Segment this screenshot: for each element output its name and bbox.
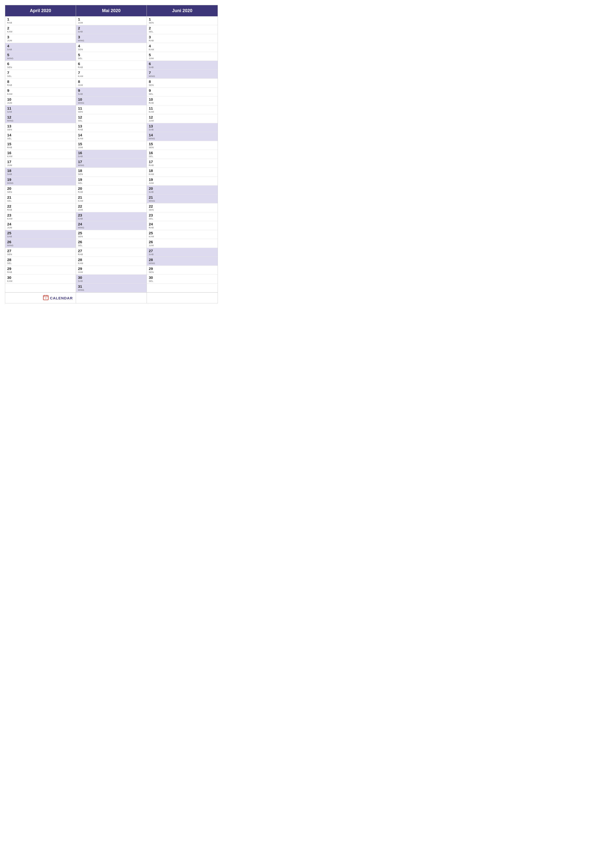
day-number: 18	[149, 169, 216, 173]
day-row: 30SEL	[147, 274, 218, 284]
day-name: JUM	[149, 119, 216, 122]
day-row: 25SEN	[76, 230, 146, 239]
day-number: 9	[149, 88, 216, 93]
day-number: 5	[149, 53, 216, 57]
day-row: 5MING	[5, 52, 76, 61]
day-number: 11	[149, 106, 216, 111]
day-row: 20RAB	[76, 186, 146, 194]
day-name: RAB	[149, 226, 216, 229]
day-number: 28	[7, 257, 74, 262]
day-row: 19MING	[5, 177, 76, 186]
day-name: SEL	[7, 137, 74, 140]
day-row: 12SEL	[76, 114, 146, 123]
day-row: 21MING	[147, 194, 218, 203]
month-header-2: Juni 2020	[147, 5, 218, 16]
day-row: 23KAM	[5, 212, 76, 221]
day-name: SEN	[78, 48, 145, 51]
day-row: 16SAB	[76, 150, 146, 159]
day-number: 16	[7, 151, 74, 155]
day-number: 8	[149, 79, 216, 84]
day-row: 17RAB	[147, 159, 218, 168]
day-name: KAM	[7, 155, 74, 158]
day-name: SEN	[7, 66, 74, 69]
day-name: KAM	[7, 31, 74, 33]
day-number: 7	[149, 71, 216, 75]
day-row: 6SEN	[5, 61, 76, 70]
day-row: 10JUM	[5, 96, 76, 105]
day-number: 10	[7, 97, 74, 102]
day-row: 3MING	[76, 34, 146, 43]
day-number: 24	[78, 222, 145, 226]
day-name: SEN	[7, 253, 74, 256]
day-number: 12	[7, 115, 74, 119]
day-row: 30KAM	[5, 274, 76, 284]
empty-day-row	[5, 284, 76, 293]
day-name: SAB	[78, 155, 145, 158]
day-row: 2KAM	[5, 25, 76, 34]
day-row: 18SAB	[5, 168, 76, 177]
day-row: 13SAB	[147, 123, 218, 132]
day-number: 2	[78, 26, 145, 31]
day-number: 13	[149, 124, 216, 129]
day-name: SAB	[7, 48, 74, 51]
day-number: 19	[149, 177, 216, 182]
day-row: 7KAM	[76, 70, 146, 79]
day-name: KAM	[78, 262, 145, 265]
day-name: SEN	[7, 191, 74, 194]
day-name: MING	[149, 137, 216, 140]
day-row: 16KAM	[5, 150, 76, 159]
day-name: JUM	[7, 102, 74, 104]
day-number: 29	[78, 267, 145, 271]
day-number: 27	[7, 249, 74, 253]
day-row: 4KAM	[147, 43, 218, 52]
day-row: 28SEL	[5, 257, 76, 266]
day-number: 8	[78, 79, 145, 84]
day-row: 20SEN	[5, 186, 76, 194]
day-number: 2	[149, 26, 216, 31]
day-number: 21	[7, 195, 74, 200]
day-name: JUM	[7, 39, 74, 42]
day-name: KAM	[78, 200, 145, 202]
day-number: 24	[7, 222, 74, 226]
day-row: 30SAB	[76, 274, 146, 284]
day-row: 27SEN	[5, 248, 76, 257]
calendar-header: April 2020Mai 2020Juni 2020	[5, 5, 218, 16]
day-name: SEN	[149, 84, 216, 87]
day-number: 6	[149, 62, 216, 66]
empty-day-row	[147, 284, 218, 293]
day-number: 14	[78, 133, 145, 137]
day-name: RAB	[78, 129, 145, 131]
day-row: 28KAM	[76, 257, 146, 266]
month-header-0: April 2020	[5, 5, 76, 16]
day-name: MING	[7, 182, 74, 184]
day-name: RAB	[149, 164, 216, 167]
day-name: MING	[149, 262, 216, 265]
day-number: 31	[78, 284, 145, 289]
day-number: 23	[7, 213, 74, 217]
day-row: 4SAB	[5, 43, 76, 52]
day-number: 30	[7, 275, 74, 280]
day-name: SEN	[78, 173, 145, 176]
day-name: MING	[78, 226, 145, 229]
day-number: 27	[149, 249, 216, 253]
day-row: 6RAB	[76, 61, 146, 70]
day-row: 24MING	[76, 221, 146, 230]
day-number: 20	[7, 186, 74, 191]
day-name: JUM	[78, 84, 145, 87]
day-name: SAB	[78, 217, 145, 220]
day-number: 12	[149, 115, 216, 119]
day-number: 28	[149, 257, 216, 262]
day-name: RAB	[78, 253, 145, 256]
day-name: JUM	[7, 164, 74, 167]
day-number: 30	[78, 275, 145, 280]
day-name: SEL	[149, 93, 216, 96]
day-row: 21SEL	[5, 194, 76, 203]
day-number: 29	[149, 267, 216, 271]
day-name: RAB	[78, 66, 145, 69]
day-number: 3	[7, 35, 74, 39]
day-row: 7SEL	[5, 70, 76, 79]
day-name: MING	[149, 75, 216, 78]
day-number: 24	[149, 222, 216, 226]
day-name: MING	[78, 102, 145, 104]
day-name: SAB	[149, 253, 216, 256]
